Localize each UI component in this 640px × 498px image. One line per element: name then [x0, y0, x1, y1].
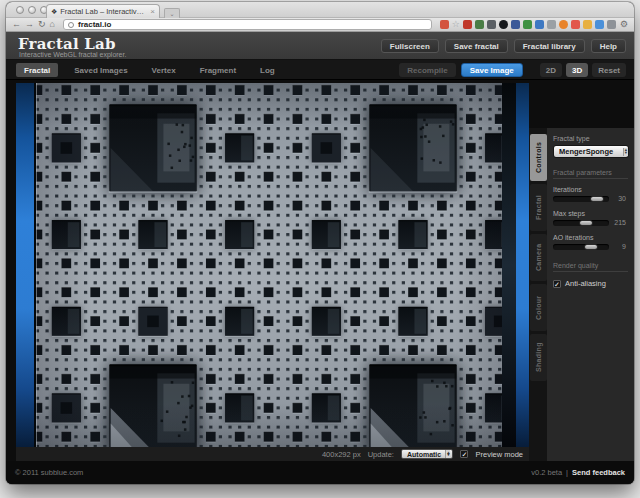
extension-icon[interactable]	[583, 20, 592, 29]
back-icon[interactable]: ←	[12, 20, 21, 29]
favicon: ❖	[51, 8, 57, 15]
extension-icon[interactable]	[523, 20, 532, 29]
app-header: Fractal Lab Interactive WebGL fractal ex…	[6, 32, 634, 60]
menu-tab-log[interactable]: Log	[252, 63, 283, 77]
app-footer: © 2011 subblue.com v0.2 beta | Send feed…	[6, 461, 634, 484]
menu-tab-vertex[interactable]: Vertex	[144, 63, 184, 77]
menu-tab-fractal[interactable]: Fractal	[16, 63, 58, 77]
select-stepper-icon: ▴▾	[445, 450, 450, 458]
extension-icon[interactable]	[535, 20, 544, 29]
header-button-fractal-library[interactable]: Fractal library	[514, 39, 585, 53]
menu-tabs: FractalSaved ImagesVertexFragmentLog	[16, 63, 283, 77]
slider-track[interactable]	[553, 196, 609, 202]
slider-thumb[interactable]	[584, 244, 598, 250]
extension-icon[interactable]	[487, 20, 496, 29]
fractal-type-label: Fractal type	[553, 135, 628, 142]
panel-tab-shading[interactable]: Shading	[530, 334, 547, 381]
mode-button-reset[interactable]: Reset	[592, 63, 626, 77]
panel-tab-rail: ControlsFractalCameraColourShading	[529, 128, 547, 484]
anti-aliasing-checkbox[interactable]: ✓	[553, 280, 561, 288]
chevron-down-icon: ⌄	[169, 10, 174, 17]
main-area: 400x292 px Update: Automatic ▴▾ ✓ Previe…	[6, 80, 634, 461]
render-quality-section: Render quality	[553, 262, 628, 272]
slider-value: 215	[614, 219, 626, 226]
extension-icon[interactable]	[511, 20, 520, 29]
fractal-type-select[interactable]: MengerSponge ▴▾	[553, 145, 629, 158]
extension-icon[interactable]: ☆	[452, 20, 460, 29]
extension-icon[interactable]	[571, 20, 580, 29]
menu-bar: FractalSaved ImagesVertexFragmentLog Rec…	[6, 60, 634, 80]
recompile-button[interactable]: Recompile	[399, 63, 455, 77]
browser-chrome: ❖ Fractal Lab – Interactive We… × ⌄ ← → …	[6, 2, 634, 32]
slider-row-max-steps: Max steps215	[553, 210, 628, 227]
slider-track[interactable]	[553, 220, 609, 226]
extension-icon[interactable]	[499, 20, 508, 29]
extension-icons-row: ☆	[440, 20, 616, 29]
menu-actions: Recompile Save Image 2D3DReset	[399, 63, 626, 77]
slider-thumb[interactable]	[590, 196, 604, 202]
header-buttons: FullscreenSave fractalFractal libraryHel…	[381, 39, 626, 53]
url-text: fractal.io	[78, 20, 111, 29]
browser-tab[interactable]: ❖ Fractal Lab – Interactive We… ×	[46, 4, 160, 18]
tab-list-dropdown[interactable]: ⌄	[164, 8, 180, 18]
update-mode-value: Automatic	[407, 451, 441, 458]
titlebar: ❖ Fractal Lab – Interactive We… × ⌄	[6, 2, 634, 18]
extension-icon[interactable]	[463, 20, 472, 29]
copyright-text[interactable]: © 2011 subblue.com	[15, 468, 83, 477]
slider-label: AO iterations	[553, 234, 628, 241]
menu-tab-fragment[interactable]: Fragment	[192, 63, 244, 77]
slider-row-ao-iterations: AO iterations9	[553, 234, 628, 251]
update-label: Update:	[368, 450, 394, 459]
home-icon[interactable]: ⌂	[50, 20, 55, 29]
anti-aliasing-row: ✓ Anti-aliasing	[553, 279, 628, 288]
close-window-button[interactable]	[16, 6, 24, 14]
header-button-save-fractal[interactable]: Save fractal	[445, 39, 508, 53]
browser-toolbar: ← → ↻ ⌂ fractal.io ☆ ⚙	[6, 18, 634, 32]
slider-value: 9	[622, 243, 626, 250]
extension-icon[interactable]	[475, 20, 484, 29]
viewport-status-bar: 400x292 px Update: Automatic ▴▾ ✓ Previe…	[16, 447, 529, 461]
url-bar[interactable]: fractal.io	[63, 19, 432, 30]
footer-separator: |	[566, 468, 568, 477]
slider-group: Iterations30Max steps215AO iterations9	[553, 186, 628, 251]
send-feedback-link[interactable]: Send feedback	[572, 468, 625, 477]
minimize-window-button[interactable]	[28, 6, 36, 14]
slider-value: 30	[618, 195, 626, 202]
fractal-type-value: MengerSponge	[559, 147, 620, 156]
update-mode-select[interactable]: Automatic ▴▾	[401, 449, 454, 459]
panel-tab-controls[interactable]: Controls	[530, 134, 547, 181]
app-subtitle: Interactive WebGL fractal explorer.	[19, 51, 126, 58]
render-dimensions: 400x292 px	[322, 450, 361, 459]
mode-buttons: 2D3DReset	[540, 63, 626, 77]
extension-icon[interactable]	[607, 20, 616, 29]
tab-close-icon[interactable]: ×	[150, 8, 155, 16]
select-stepper-icon: ▴▾	[623, 148, 628, 156]
extension-icon[interactable]	[595, 20, 604, 29]
reload-icon[interactable]: ↻	[38, 20, 46, 29]
extension-icon[interactable]	[559, 20, 568, 29]
mode-button-3d[interactable]: 3D	[566, 63, 588, 77]
panel-tab-fractal[interactable]: Fractal	[530, 184, 547, 231]
header-button-help[interactable]: Help	[591, 39, 626, 53]
header-button-fullscreen[interactable]: Fullscreen	[381, 39, 439, 53]
anti-aliasing-label: Anti-aliasing	[565, 279, 606, 288]
slider-label: Iterations	[553, 186, 628, 193]
menu-tab-saved-images[interactable]: Saved Images	[66, 63, 135, 77]
panel-tab-colour[interactable]: Colour	[530, 284, 547, 331]
extension-icon[interactable]	[440, 20, 449, 29]
settings-panel: ControlsFractalCameraColourShading Fract…	[529, 128, 634, 484]
panel-content: Fractal type MengerSponge ▴▾ Fractal par…	[547, 128, 634, 484]
fractal-viewport[interactable]	[16, 83, 529, 447]
preview-mode-checkbox[interactable]: ✓	[460, 450, 468, 458]
panel-tab-camera[interactable]: Camera	[530, 234, 547, 281]
extension-icon[interactable]	[547, 20, 556, 29]
preview-mode-label: Preview mode	[475, 450, 523, 459]
tab-title: Fractal Lab – Interactive We…	[60, 7, 147, 16]
browser-menu-icon[interactable]: ⚙	[620, 20, 628, 29]
page-icon	[68, 22, 74, 28]
mode-button-2d[interactable]: 2D	[540, 63, 562, 77]
slider-thumb[interactable]	[579, 220, 593, 226]
forward-icon[interactable]: →	[25, 20, 34, 29]
slider-track[interactable]	[553, 244, 609, 250]
save-image-button[interactable]: Save Image	[461, 63, 523, 77]
